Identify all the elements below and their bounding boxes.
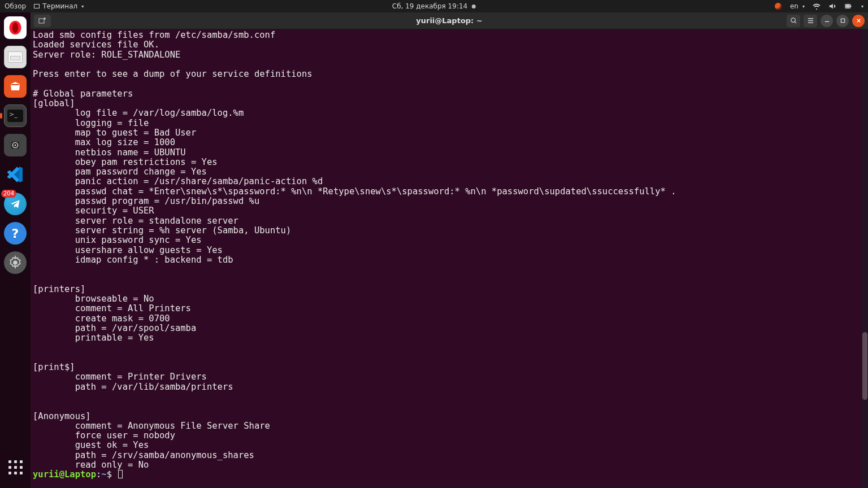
battery-icon[interactable]: [844, 2, 852, 10]
svg-rect-2: [846, 5, 850, 7]
window-titlebar: yurii@Laptop: ~: [31, 12, 868, 29]
terminal-small-icon: [34, 4, 40, 8]
svg-point-8: [13, 260, 18, 265]
volume-icon[interactable]: [828, 2, 836, 10]
dock-terminal[interactable]: >_: [2, 103, 28, 129]
wifi-icon[interactable]: [813, 2, 821, 10]
dock: >_ 204 ?: [0, 12, 31, 488]
svg-rect-9: [39, 19, 44, 23]
telegram-badge: 204: [1, 190, 16, 198]
dock-telegram[interactable]: 204: [2, 191, 28, 217]
scrollbar-thumb[interactable]: [862, 332, 867, 400]
dock-settings[interactable]: [2, 250, 28, 276]
svg-rect-11: [841, 19, 844, 22]
dock-software[interactable]: [2, 73, 28, 99]
svg-point-7: [15, 145, 16, 146]
livepatch-icon[interactable]: [774, 2, 782, 10]
prompt-symbol: $: [107, 469, 112, 480]
gnome-top-bar: Обзор Терминал ▾ Сб, 19 декабря 19:14 en…: [0, 0, 868, 12]
chevron-down-icon: ▾: [802, 4, 805, 9]
input-source[interactable]: en ▾: [790, 2, 805, 10]
apps-grid-icon: [8, 460, 23, 474]
scrollbar[interactable]: [862, 29, 868, 488]
prompt-user: yurii@Laptop: [33, 469, 96, 480]
terminal-window: yurii@Laptop: ~ Load smb config files fr…: [31, 12, 868, 488]
app-menu-label: Терминал: [42, 2, 77, 10]
hamburger-menu-button[interactable]: [804, 15, 817, 27]
show-applications[interactable]: [2, 454, 28, 480]
svg-point-4: [12, 22, 19, 33]
notification-dot-icon: [472, 5, 476, 8]
dock-files[interactable]: [2, 44, 28, 70]
prompt-path: ~: [101, 469, 106, 480]
terminal-output[interactable]: Load smb config files from /etc/samba/sm…: [31, 29, 868, 488]
minimize-button[interactable]: [821, 15, 833, 27]
app-menu[interactable]: Терминал ▾: [34, 2, 84, 10]
svg-point-10: [791, 18, 795, 22]
dock-help[interactable]: ?: [2, 220, 28, 246]
search-button[interactable]: [787, 15, 800, 27]
maximize-button[interactable]: [836, 15, 849, 27]
input-source-label: en: [790, 2, 798, 10]
svg-rect-1: [850, 5, 851, 7]
new-tab-button[interactable]: [34, 15, 51, 27]
system-menu-chevron-icon[interactable]: ▾: [861, 4, 863, 9]
activities-button[interactable]: Обзор: [5, 2, 26, 10]
dock-backup[interactable]: [2, 132, 28, 158]
close-button[interactable]: [852, 15, 865, 27]
cursor: [118, 470, 123, 478]
clock[interactable]: Сб, 19 декабря 19:14: [392, 2, 467, 10]
window-title: yurii@Laptop: ~: [416, 16, 482, 25]
prompt-sep: :: [96, 469, 101, 480]
dock-vscode[interactable]: [2, 162, 28, 188]
dock-opera[interactable]: [2, 15, 28, 41]
chevron-down-icon: ▾: [81, 4, 84, 9]
